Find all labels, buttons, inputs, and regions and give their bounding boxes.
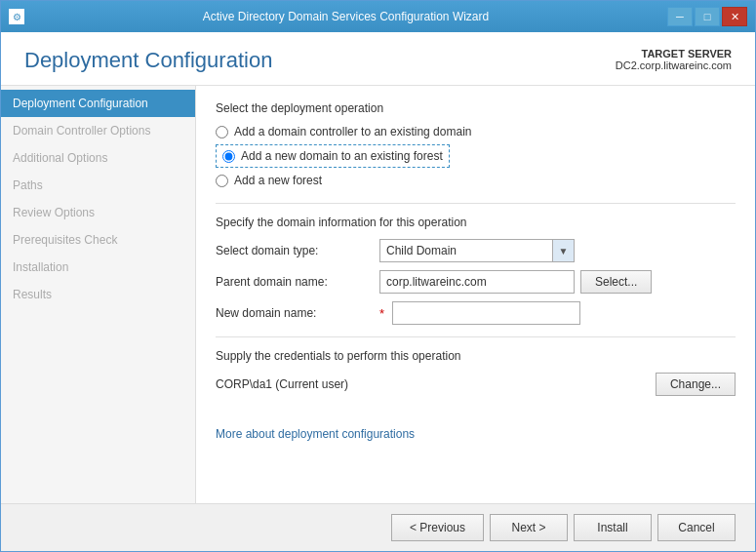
sidebar-item-installation: Installation	[1, 254, 195, 281]
next-button[interactable]: Next >	[490, 514, 568, 541]
minimize-button[interactable]: ─	[667, 7, 693, 26]
maximize-button[interactable]: □	[695, 7, 720, 26]
radio-new-domain-label: Add a new domain to an existing forest	[241, 149, 443, 163]
domain-type-row: Select domain type: Child Domain ▼	[216, 239, 736, 262]
content-area: Deployment Configuration Domain Controll…	[1, 86, 755, 503]
domain-type-label: Select domain type:	[216, 244, 372, 257]
required-star: *	[379, 306, 384, 321]
parent-domain-row: Parent domain name: Select...	[216, 270, 736, 294]
credentials-row: CORP\da1 (Current user) Change...	[216, 373, 736, 396]
main-panel: Select the deployment operation Add a do…	[196, 86, 755, 503]
credentials-section-label: Supply the credentials to perform this o…	[216, 349, 736, 363]
credentials-user: CORP\da1 (Current user)	[216, 377, 648, 391]
deployment-radio-group: Add a domain controller to an existing d…	[216, 125, 736, 187]
new-domain-row: New domain name: *	[216, 301, 736, 325]
change-button[interactable]: Change...	[656, 373, 736, 396]
sidebar-item-prerequisites-check: Prerequisites Check	[1, 226, 195, 254]
radio-new-domain[interactable]: Add a new domain to an existing forest	[216, 144, 736, 168]
new-domain-control: *	[379, 301, 580, 325]
sidebar: Deployment Configuration Domain Controll…	[1, 86, 196, 503]
close-button[interactable]: ✕	[722, 7, 747, 26]
radio-new-forest-input[interactable]	[216, 175, 228, 187]
server-info: TARGET SERVER DC2.corp.litwareinc.com	[616, 48, 732, 71]
parent-domain-input[interactable]	[379, 270, 575, 294]
credentials-section: Supply the credentials to perform this o…	[216, 336, 736, 396]
dropdown-arrow-icon[interactable]: ▼	[552, 240, 574, 261]
page-title: Deployment Configuration	[24, 48, 272, 73]
deployment-section-label: Select the deployment operation	[216, 101, 736, 115]
radio-new-forest-label: Add a new forest	[234, 174, 322, 187]
footer: < Previous Next > Install Cancel	[1, 503, 755, 551]
sidebar-item-review-options: Review Options	[1, 199, 195, 226]
install-button[interactable]: Install	[574, 514, 652, 541]
window-title: Active Directory Domain Services Configu…	[24, 10, 667, 23]
sidebar-item-deployment-configuration[interactable]: Deployment Configuration	[1, 90, 195, 117]
sidebar-item-additional-options: Additional Options	[1, 144, 195, 172]
cancel-button[interactable]: Cancel	[657, 514, 736, 541]
radio-existing-dc-label: Add a domain controller to an existing d…	[234, 125, 471, 138]
window-icon: ⚙	[9, 9, 24, 24]
domain-info-section: Specify the domain information for this …	[216, 203, 736, 325]
sidebar-item-domain-controller-options: Domain Controller Options	[1, 117, 195, 144]
previous-button[interactable]: < Previous	[391, 514, 484, 541]
more-about-link[interactable]: More about deployment configurations	[216, 427, 415, 441]
new-domain-input[interactable]	[392, 301, 580, 325]
domain-type-value: Child Domain	[380, 244, 552, 257]
radio-existing-dc[interactable]: Add a domain controller to an existing d…	[216, 125, 736, 138]
domain-type-control: Child Domain ▼	[379, 239, 575, 262]
parent-domain-label: Parent domain name:	[216, 275, 372, 289]
domain-info-label: Specify the domain information for this …	[216, 216, 736, 229]
new-domain-label: New domain name:	[216, 306, 372, 320]
main-window: ⚙ Active Directory Domain Services Confi…	[0, 0, 756, 552]
sidebar-item-results: Results	[1, 281, 195, 308]
page-header: Deployment Configuration TARGET SERVER D…	[1, 32, 755, 86]
radio-new-forest[interactable]: Add a new forest	[216, 174, 736, 187]
radio-existing-dc-input[interactable]	[216, 126, 228, 138]
server-name: DC2.corp.litwareinc.com	[616, 59, 732, 71]
title-bar: ⚙ Active Directory Domain Services Confi…	[1, 1, 755, 32]
domain-type-dropdown[interactable]: Child Domain ▼	[379, 239, 575, 262]
select-button[interactable]: Select...	[580, 270, 652, 294]
window-controls: ─ □ ✕	[667, 7, 747, 26]
parent-domain-control: Select...	[379, 270, 652, 294]
radio-new-domain-input[interactable]	[222, 150, 235, 163]
server-label: TARGET SERVER	[616, 48, 732, 59]
selected-option-border: Add a new domain to an existing forest	[216, 144, 450, 168]
sidebar-item-paths: Paths	[1, 172, 195, 199]
